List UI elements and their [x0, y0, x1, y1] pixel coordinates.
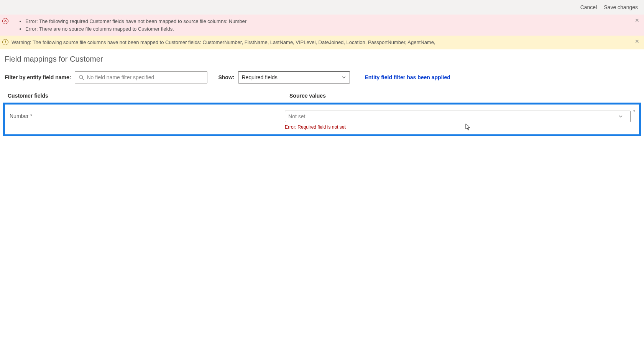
column-header-fields: Customer fields [8, 93, 289, 99]
filter-input-wrap [75, 71, 207, 83]
svg-point-0 [79, 75, 83, 78]
cancel-button[interactable]: Cancel [580, 4, 597, 10]
error-item: Error: There are no source file columns … [25, 25, 640, 33]
show-label: Show: [218, 74, 234, 80]
error-banner-content: Error: The following required Customer f… [12, 18, 640, 33]
warning-banner: i Warning: The following source file col… [0, 36, 644, 49]
filter-row: Filter by entity field name: Show: Requi… [0, 65, 644, 86]
close-icon[interactable]: ✕ [635, 18, 639, 23]
save-changes-button[interactable]: Save changes [604, 4, 638, 10]
column-header-source: Source values [289, 93, 639, 99]
warning-text: Warning: The following source file colum… [12, 39, 640, 46]
close-icon[interactable]: ✕ [635, 39, 639, 44]
warning-banner-content: Warning: The following source file colum… [12, 39, 640, 46]
page-title: Field mappings for Customer [0, 49, 644, 65]
field-name: Number * [9, 111, 285, 130]
source-cell: * Not set Error: Required field is not s… [285, 111, 635, 130]
filter-applied-message: Entity field filter has been applied [365, 74, 450, 80]
info-icon: i [2, 39, 8, 45]
error-item: Error: The following required Customer f… [25, 18, 640, 25]
error-icon: ✕ [2, 18, 8, 24]
show-select[interactable]: Required fields [238, 71, 350, 83]
field-error: Error: Required field is not set [285, 124, 635, 130]
filter-input[interactable] [75, 71, 207, 83]
show-select-value: Required fields [238, 71, 350, 83]
search-icon [79, 75, 84, 80]
filter-label: Filter by entity field name: [5, 74, 71, 80]
top-bar: Cancel Save changes [0, 0, 644, 15]
mapping-row: Number * * Not set Error: Required field… [3, 103, 641, 136]
table-header: Customer fields Source values [0, 86, 644, 101]
required-asterisk: * [633, 109, 635, 114]
source-select-value: Not set [285, 111, 631, 122]
svg-line-1 [82, 78, 84, 80]
error-banner: ✕ Error: The following required Customer… [0, 15, 644, 36]
source-select[interactable]: Not set [285, 111, 631, 122]
